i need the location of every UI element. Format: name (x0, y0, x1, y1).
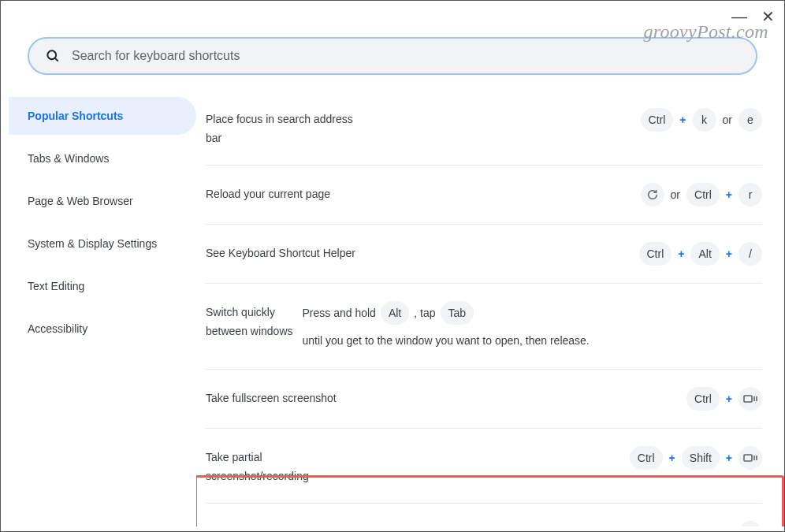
shortcut-keys: Ctrl + (686, 387, 762, 411)
plus-icon: + (668, 447, 677, 469)
sidebar-item-tabs-windows[interactable]: Tabs & Windows (9, 140, 196, 177)
key-r: r (738, 183, 762, 206)
key-e: e (738, 108, 762, 132)
shortcut-keys: or Ctrl + r (641, 183, 762, 206)
shortcut-keys (738, 521, 762, 526)
shortcuts-list: Place focus in search address bar Ctrl +… (196, 91, 784, 526)
shortcut-row: See Keyboard Shortcut Helper Ctrl + Alt … (206, 224, 762, 283)
close-icon[interactable]: ✕ (761, 7, 775, 26)
reload-icon (641, 183, 664, 206)
svg-rect-5 (744, 455, 752, 461)
shortcut-keys: Press and hold Alt , tap Tab until you g… (303, 301, 762, 352)
window-controls: — ✕ (731, 7, 775, 26)
screenshot-key-icon (738, 521, 762, 526)
shortcut-label: Take screenshot/recording (206, 521, 335, 526)
instruction-text: Press and hold (303, 302, 376, 324)
plus-icon: + (724, 388, 734, 410)
key-shift: Shift (682, 446, 720, 470)
plus-icon: + (678, 109, 687, 131)
key-ctrl: Ctrl (686, 387, 720, 411)
key-ctrl: Ctrl (630, 446, 663, 470)
sidebar: Popular Shortcuts Tabs & Windows Page & … (9, 91, 196, 526)
search-bar[interactable] (28, 37, 757, 75)
key-slash: / (738, 242, 762, 266)
shortcut-row: Take partial screenshot/recording Ctrl +… (206, 428, 762, 503)
shortcut-row: Reload your current page or Ctrl + r (206, 165, 762, 224)
shortcut-row: Switch quickly between windows Press and… (206, 283, 762, 369)
svg-point-0 (47, 50, 56, 59)
shortcut-label: See Keyboard Shortcut Helper (206, 242, 355, 262)
sidebar-item-text-editing[interactable]: Text Editing (9, 267, 196, 305)
sidebar-item-page-web-browser[interactable]: Page & Web Browser (9, 182, 196, 220)
key-alt: Alt (690, 242, 719, 266)
key-ctrl: Ctrl (641, 108, 674, 132)
sidebar-item-system-display[interactable]: System & Display Settings (9, 225, 196, 262)
shortcut-label: Take fullscreen screenshot (206, 387, 337, 407)
shortcut-label: Reload your current page (206, 183, 330, 203)
shortcut-row: Take fullscreen screenshot Ctrl + (206, 369, 762, 428)
sidebar-item-accessibility[interactable]: Accessibility (9, 310, 196, 348)
shortcut-label: Switch quickly between windows (206, 301, 293, 340)
search-icon (45, 48, 61, 64)
shortcut-keys: Ctrl + k or e (641, 108, 762, 132)
shortcut-keys: Ctrl + Alt + / (639, 242, 763, 266)
instruction-text: , tap (414, 302, 435, 324)
plus-icon: + (724, 184, 734, 206)
or-text: or (669, 184, 682, 206)
shortcut-keys: Ctrl + Shift + (630, 446, 762, 470)
shortcut-row: Take screenshot/recording (206, 503, 762, 526)
instruction-text: until you get to the window you want to … (303, 329, 590, 352)
shortcut-row: Place focus in search address bar Ctrl +… (206, 91, 762, 165)
svg-line-1 (55, 58, 58, 61)
key-ctrl: Ctrl (639, 242, 672, 266)
overview-key-icon (738, 387, 762, 411)
search-input[interactable] (72, 49, 740, 63)
shortcut-label: Place focus in search address bar (206, 108, 363, 147)
plus-icon: + (724, 243, 734, 265)
or-text: or (721, 109, 734, 131)
key-k: k (693, 108, 716, 132)
key-alt: Alt (381, 301, 409, 325)
minimize-icon[interactable]: — (731, 13, 747, 20)
svg-rect-2 (744, 396, 752, 402)
key-tab: Tab (441, 301, 474, 325)
key-ctrl: Ctrl (686, 183, 720, 206)
plus-icon: + (724, 447, 734, 469)
overview-key-icon (738, 446, 762, 470)
sidebar-item-popular-shortcuts[interactable]: Popular Shortcuts (9, 97, 196, 135)
plus-icon: + (676, 243, 686, 265)
shortcut-label: Take partial screenshot/recording (206, 446, 363, 485)
